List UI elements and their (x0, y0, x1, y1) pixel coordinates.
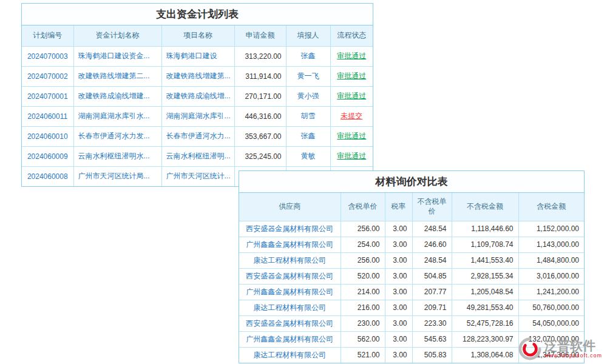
tax-rate-cell: 3.00 (385, 221, 412, 237)
supplier-cell[interactable]: 广州鑫鑫金属材料有限公司 (239, 237, 341, 252)
plan-id-cell[interactable]: 2024070001 (22, 86, 73, 106)
table-row: 西安盛器金属材料有限公司256.003.00248.541,118,446.60… (239, 221, 584, 237)
fund-plan-name-cell[interactable]: 珠海鹤港口建设资金... (73, 46, 161, 66)
untaxed-amount-cell: 52,475,728.16 (452, 315, 518, 331)
taxed-amount-cell: 1,152,000.00 (518, 221, 584, 237)
taxed-unit-price-cell: 562.00 (341, 331, 385, 347)
fund-plan-name-cell[interactable]: 改建铁路成渝线增建... (73, 86, 161, 106)
col-header-reporter: 填报人 (286, 25, 330, 46)
reporter-cell[interactable]: 张鑫 (286, 46, 330, 66)
status-link[interactable]: 审批通过 (337, 92, 366, 100)
col-header-plan-id: 计划编号 (22, 25, 73, 46)
plan-id-cell[interactable]: 2024060009 (22, 146, 73, 166)
taxed-unit-price-cell: 214.00 (341, 284, 385, 300)
project-name-cell[interactable]: 长春市伊通河水力... (161, 126, 234, 146)
col-header-untaxed-amount: 不含税金额 (452, 193, 518, 221)
col-header-taxed-amount: 含税金额 (518, 193, 584, 221)
plan-id-cell[interactable]: 2024060010 (22, 126, 73, 146)
untaxed-amount-cell: 1,109,708.74 (452, 237, 518, 252)
plan-id-cell[interactable]: 2024060008 (22, 166, 73, 186)
fund-plan-name-cell[interactable]: 云南水利枢纽潜明水... (73, 146, 161, 166)
table-row: 2024070001改建铁路成渝线增建...改建铁路成渝线增...270,171… (22, 86, 373, 106)
untaxed-unit-price-cell: 505.83 (412, 347, 452, 363)
supplier-cell[interactable]: 西安盛器金属材料有限公司 (239, 268, 341, 284)
untaxed-amount-cell: 49,281,553.40 (452, 300, 518, 315)
untaxed-amount-cell: 1,441,553.40 (452, 252, 518, 268)
supplier-cell[interactable]: 康达工程材料有限公司 (239, 252, 341, 268)
apply-amount-cell: 270,171.00 (234, 86, 286, 106)
status-cell[interactable]: 审批通过 (330, 146, 373, 166)
col-header-fund-name: 资金计划名称 (73, 25, 161, 46)
status-cell[interactable]: 审批通过 (330, 46, 373, 66)
fanpu-logo-icon (518, 337, 541, 360)
tax-rate-cell: 3.00 (385, 252, 412, 268)
tax-rate-cell: 3.00 (385, 237, 412, 252)
reporter-cell[interactable]: 胡雪 (286, 106, 330, 126)
fanpu-brand-name: 泛普软件 (544, 339, 602, 352)
taxed-amount-cell: 1,143,000.00 (518, 237, 584, 252)
fund-plan-name-cell[interactable]: 广州市天河区统计局... (73, 166, 161, 186)
fund-plan-table-body: 2024070003珠海鹤港口建设资金...珠海鹤港口建设313,220.00张… (22, 46, 373, 186)
project-name-cell[interactable]: 湖南洞庭湖水库引... (161, 106, 234, 126)
reporter-cell[interactable]: 黄小强 (286, 86, 330, 106)
project-name-cell[interactable]: 云南水利枢纽潜明... (161, 146, 234, 166)
tax-rate-cell: 3.00 (385, 284, 412, 300)
col-header-taxed-unit-price: 含税单价 (341, 193, 385, 221)
fund-plan-name-cell[interactable]: 长春市伊通河水力发... (73, 126, 161, 146)
reporter-cell[interactable]: 黄一飞 (286, 66, 330, 86)
fanpu-watermark: 泛普软件 www.fanpusoft.com (518, 337, 602, 360)
table-row: 广州鑫鑫金属材料有限公司214.003.00207.771,205,048.54… (239, 284, 584, 300)
supplier-cell[interactable]: 西安盛器金属材料有限公司 (239, 315, 341, 331)
status-link[interactable]: 未提交 (341, 112, 362, 120)
taxed-amount-cell: 1,484,800.00 (518, 252, 584, 268)
status-cell[interactable]: 审批通过 (330, 126, 373, 146)
fund-plan-name-cell[interactable]: 湖南洞庭湖水库引水... (73, 106, 161, 126)
status-link[interactable]: 审批通过 (337, 52, 366, 60)
col-header-project-name: 项目名称 (161, 25, 234, 46)
supplier-cell[interactable]: 广州鑫鑫金属材料有限公司 (239, 331, 341, 347)
status-link[interactable]: 审批通过 (337, 72, 366, 80)
taxed-amount-cell: 54,050,000.00 (518, 315, 584, 331)
material-compare-panel-title: 材料询价对比表 (239, 171, 584, 193)
fanpu-watermark-text: 泛普软件 www.fanpusoft.com (544, 339, 602, 359)
supplier-cell[interactable]: 康达工程材料有限公司 (239, 300, 341, 315)
table-row: 2024070002改建铁路线增建第二...改建铁路线增建第...311,914… (22, 66, 373, 86)
table-row: 康达工程材料有限公司256.003.00248.541,441,553.401,… (239, 252, 584, 268)
col-header-tax-rate: 税率 (385, 193, 412, 221)
tax-rate-cell: 3.00 (385, 268, 412, 284)
project-name-cell[interactable]: 珠海鹤港口建设 (161, 46, 234, 66)
project-name-cell[interactable]: 改建铁路线增建第... (161, 66, 234, 86)
supplier-cell[interactable]: 康达工程材料有限公司 (239, 347, 341, 363)
reporter-cell[interactable]: 黄敏 (286, 146, 330, 166)
status-cell[interactable]: 审批通过 (330, 86, 373, 106)
status-cell[interactable]: 未提交 (330, 106, 373, 126)
status-link[interactable]: 审批通过 (337, 152, 366, 160)
taxed-unit-price-cell: 520.00 (341, 268, 385, 284)
plan-id-cell[interactable]: 2024070003 (22, 46, 73, 66)
supplier-cell[interactable]: 西安盛器金属材料有限公司 (239, 221, 341, 237)
col-header-untaxed-unit-price: 不含税单价 (412, 193, 452, 221)
untaxed-amount-cell: 2,928,155.34 (452, 268, 518, 284)
supplier-cell[interactable]: 广州鑫鑫金属材料有限公司 (239, 284, 341, 300)
status-cell[interactable]: 审批通过 (330, 66, 373, 86)
taxed-unit-price-cell: 254.00 (341, 237, 385, 252)
fanpu-website-url: www.fanpusoft.com (544, 352, 602, 359)
col-header-supplier: 供应商 (239, 193, 341, 221)
project-name-cell[interactable]: 广州市天河区统计... (161, 166, 234, 186)
untaxed-amount-cell: 1,118,446.60 (452, 221, 518, 237)
plan-id-cell[interactable]: 2024060011 (22, 106, 73, 126)
untaxed-unit-price-cell: 504.85 (412, 268, 452, 284)
untaxed-amount-cell: 128,223,300.97 (452, 331, 518, 347)
untaxed-unit-price-cell: 207.77 (412, 284, 452, 300)
reporter-cell[interactable]: 张鑫 (286, 126, 330, 146)
table-row: 2024060009云南水利枢纽潜明水...云南水利枢纽潜明...325,245… (22, 146, 373, 166)
project-name-cell[interactable]: 改建铁路成渝线增... (161, 86, 234, 106)
table-row: 广州鑫鑫金属材料有限公司254.003.00246.601,109,708.74… (239, 237, 584, 252)
fund-plan-name-cell[interactable]: 改建铁路线增建第二... (73, 66, 161, 86)
plan-id-cell[interactable]: 2024070002 (22, 66, 73, 86)
fund-plan-panel: 支出资金计划列表 计划编号 资金计划名称 项目名称 申请金额 填报人 流程状态 … (21, 3, 373, 187)
apply-amount-cell: 325,245.00 (234, 146, 286, 166)
untaxed-unit-price-cell: 246.60 (412, 237, 452, 252)
untaxed-unit-price-cell: 223.30 (412, 315, 452, 331)
status-link[interactable]: 审批通过 (337, 132, 366, 140)
